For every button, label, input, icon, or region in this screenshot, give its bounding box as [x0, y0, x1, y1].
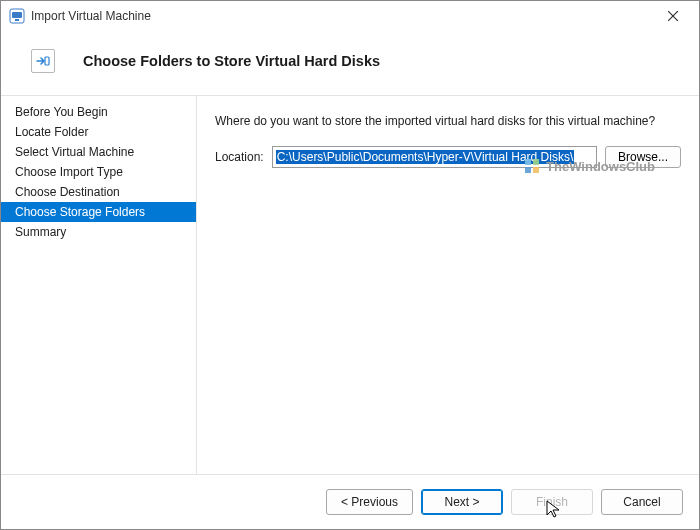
dialog-body: Before You Begin Locate Folder Select Vi…: [1, 96, 699, 474]
sidebar-item-before-you-begin[interactable]: Before You Begin: [1, 102, 196, 122]
svg-rect-8: [525, 167, 531, 173]
dialog-window: Import Virtual Machine Choose Folders to…: [0, 0, 700, 530]
app-icon: [9, 8, 25, 24]
cancel-button[interactable]: Cancel: [601, 489, 683, 515]
titlebar: Import Virtual Machine: [1, 1, 699, 31]
watermark: TheWindowsClub: [524, 158, 655, 174]
page-title: Choose Folders to Store Virtual Hard Dis…: [83, 53, 380, 69]
svg-rect-2: [15, 19, 19, 21]
content-pane: Where do you want to store the imported …: [197, 96, 699, 474]
page-header: Choose Folders to Store Virtual Hard Dis…: [1, 31, 699, 96]
sidebar-item-choose-storage-folders[interactable]: Choose Storage Folders: [1, 202, 196, 222]
svg-rect-5: [45, 57, 49, 65]
svg-rect-9: [533, 167, 539, 173]
sidebar-item-choose-destination[interactable]: Choose Destination: [1, 182, 196, 202]
prompt-text: Where do you want to store the imported …: [215, 114, 681, 128]
next-button[interactable]: Next >: [421, 489, 503, 515]
sidebar-item-locate-folder[interactable]: Locate Folder: [1, 122, 196, 142]
svg-rect-6: [525, 159, 531, 165]
watermark-icon: [524, 158, 540, 174]
close-button[interactable]: [653, 2, 693, 30]
window-title: Import Virtual Machine: [31, 9, 653, 23]
wizard-footer: < Previous Next > Finish Cancel: [1, 474, 699, 529]
sidebar-item-summary[interactable]: Summary: [1, 222, 196, 242]
import-vm-icon: [31, 49, 55, 73]
previous-button[interactable]: < Previous: [326, 489, 413, 515]
svg-rect-1: [12, 12, 22, 18]
svg-rect-7: [533, 159, 539, 165]
wizard-sidebar: Before You Begin Locate Folder Select Vi…: [1, 96, 197, 474]
sidebar-item-choose-import-type[interactable]: Choose Import Type: [1, 162, 196, 182]
location-label: Location:: [215, 150, 264, 164]
finish-button: Finish: [511, 489, 593, 515]
sidebar-item-select-virtual-machine[interactable]: Select Virtual Machine: [1, 142, 196, 162]
watermark-text: TheWindowsClub: [546, 159, 655, 174]
